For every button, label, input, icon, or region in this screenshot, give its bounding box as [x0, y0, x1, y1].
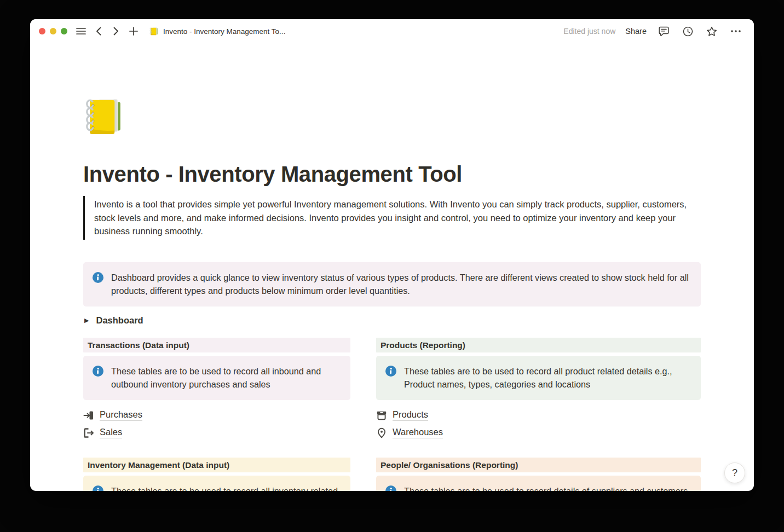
forward-icon[interactable]	[109, 24, 123, 39]
notion-window: Invento - Inventory Management To... Edi…	[30, 19, 754, 491]
archive-box-icon	[376, 410, 387, 421]
toggle-triangle-icon[interactable]: ▶	[84, 317, 89, 323]
page-content: Invento - Inventory Management Tool Inve…	[30, 43, 754, 491]
people-organisations-callout: These tables are to be used to record de…	[376, 476, 701, 491]
section-header-products: Products (Reporting)	[376, 338, 701, 352]
people-organisations-callout-text: These tables are to be used to record de…	[404, 484, 688, 491]
titlebar: Invento - Inventory Management To... Edi…	[30, 19, 754, 43]
info-icon	[385, 485, 396, 491]
two-column-layout: Transactions (Data input) These tables a…	[83, 338, 701, 491]
more-icon[interactable]	[729, 24, 743, 39]
inventory-management-callout-text: These tables are to be used to record al…	[111, 484, 341, 491]
products-callout: These tables are to be used to record al…	[376, 356, 701, 400]
page-notebook-icon[interactable]	[83, 96, 127, 136]
info-icon	[93, 272, 103, 283]
enter-door-icon	[83, 410, 94, 421]
close-window-button[interactable]	[39, 28, 45, 34]
products-links: Products Warehouses	[376, 407, 701, 442]
transactions-links: Purchases Sales	[83, 407, 350, 442]
page-link-warehouses[interactable]: Warehouses	[376, 424, 443, 442]
sales-link-label: Sales	[100, 427, 122, 438]
location-pin-icon	[376, 427, 387, 438]
products-callout-text: These tables are to be used to record al…	[404, 365, 691, 391]
help-button[interactable]: ?	[724, 462, 745, 483]
transactions-callout: These tables are to be used to record al…	[83, 356, 350, 400]
warehouses-link-label: Warehouses	[393, 427, 443, 438]
inventory-management-callout: These tables are to be used to record al…	[83, 476, 350, 491]
exit-door-icon	[83, 427, 94, 438]
new-tab-icon[interactable]	[126, 24, 141, 39]
history-icon[interactable]	[681, 24, 695, 39]
share-button[interactable]: Share	[625, 27, 647, 36]
right-column: Products (Reporting) These tables are to…	[376, 338, 701, 491]
dashboard-callout-text: Dashboard provides a quick glance to vie…	[111, 271, 691, 298]
transactions-callout-text: These tables are to be used to record al…	[111, 365, 341, 391]
info-icon	[93, 366, 103, 377]
comments-icon[interactable]	[656, 24, 671, 39]
current-tab[interactable]: Invento - Inventory Management To...	[149, 27, 285, 36]
section-header-transactions: Transactions (Data input)	[83, 338, 350, 352]
favorite-star-icon[interactable]	[705, 24, 719, 39]
page-title[interactable]: Invento - Inventory Management Tool	[83, 161, 701, 187]
page-link-sales[interactable]: Sales	[83, 424, 122, 442]
info-icon	[385, 366, 396, 377]
dashboard-toggle-label: Dashboard	[96, 315, 143, 326]
left-column: Transactions (Data input) These tables a…	[83, 338, 350, 491]
hamburger-icon[interactable]	[74, 24, 88, 39]
back-icon[interactable]	[91, 24, 106, 39]
dashboard-callout: Dashboard provides a quick glance to vie…	[83, 262, 701, 307]
tab-notebook-icon	[149, 27, 159, 36]
products-link-label: Products	[393, 409, 428, 421]
traffic-lights	[39, 28, 67, 34]
edited-status: Edited just now	[563, 27, 615, 36]
page-link-products[interactable]: Products	[376, 407, 428, 424]
tab-title: Invento - Inventory Management To...	[163, 27, 285, 36]
zoom-window-button[interactable]	[61, 28, 67, 34]
info-icon	[93, 485, 103, 491]
minimize-window-button[interactable]	[50, 28, 56, 34]
page-link-purchases[interactable]: Purchases	[83, 407, 142, 424]
dashboard-toggle[interactable]: ▶ Dashboard	[83, 314, 145, 327]
intro-quote: Invento is a tool that provides simple y…	[83, 196, 701, 240]
section-header-inventory-management: Inventory Management (Data input)	[83, 458, 350, 472]
section-header-people-organisations: People/ Organisations (Reporting)	[376, 458, 701, 472]
purchases-link-label: Purchases	[100, 409, 142, 421]
